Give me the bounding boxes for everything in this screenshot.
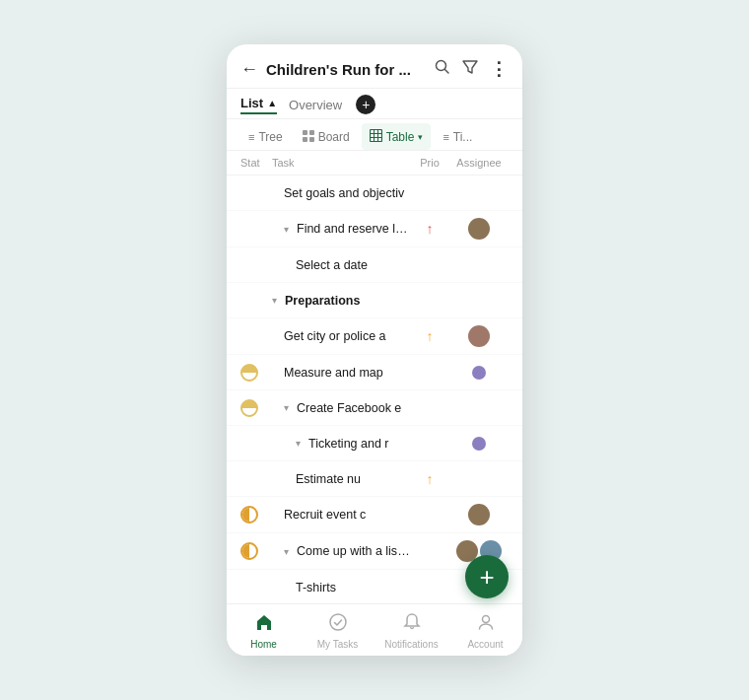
collapse-icon[interactable]: ▾ xyxy=(296,438,301,449)
table-icon xyxy=(370,129,382,144)
table-row[interactable]: Measure and map xyxy=(227,355,522,390)
nav-home-label: Home xyxy=(250,639,277,650)
tree-icon: ≡ xyxy=(248,131,254,143)
svg-point-12 xyxy=(330,614,346,630)
task-name: Create Facebook e xyxy=(297,401,410,415)
group-label: Preparations xyxy=(285,294,410,308)
subtab-tree[interactable]: ≡ Tree xyxy=(240,124,291,150)
svg-rect-7 xyxy=(370,130,381,142)
list-tab-caret: ▲ xyxy=(267,98,277,108)
nav-my-tasks-label: My Tasks xyxy=(317,639,359,650)
svg-marker-2 xyxy=(463,61,477,73)
table-row[interactable]: Recruit event c xyxy=(227,497,522,533)
table-row[interactable]: Estimate nu ↑ xyxy=(227,461,522,497)
avatar xyxy=(468,504,490,525)
page-title: Children's Run for ... xyxy=(266,61,427,78)
svg-line-1 xyxy=(445,70,449,74)
subtab-timeline-label: Ti... xyxy=(453,130,473,144)
svg-rect-3 xyxy=(303,130,307,135)
my-tasks-icon xyxy=(328,612,348,637)
home-icon xyxy=(254,612,274,637)
task-name: Ticketing and r xyxy=(308,437,410,451)
subtab-table-label: Table xyxy=(386,130,415,144)
phone-container: ← Children's Run for ... ⋮ List ▲ Overvi… xyxy=(227,44,522,656)
collapse-icon[interactable]: ▾ xyxy=(284,546,289,557)
priority-high-icon: ↑ xyxy=(427,221,434,237)
table-row[interactable]: Select a date xyxy=(227,247,522,283)
task-name: Get city or police a xyxy=(284,329,410,343)
timeline-icon: ≡ xyxy=(443,131,448,143)
task-name: Set goals and objectiv xyxy=(284,186,410,200)
priority-medium-icon: ↑ xyxy=(427,471,434,487)
assignee-dot xyxy=(472,437,486,451)
svg-rect-4 xyxy=(309,130,314,135)
collapse-icon[interactable]: ▾ xyxy=(284,402,289,413)
task-priority: ↑ xyxy=(410,471,449,487)
task-assignee xyxy=(449,366,509,380)
table-row[interactable]: ▾ Find and reserve loca ↑ xyxy=(227,211,522,247)
svg-point-13 xyxy=(482,616,489,623)
header-icons: ⋮ xyxy=(435,58,509,80)
col-header-priority: Prio xyxy=(410,157,449,169)
subtab-board[interactable]: Board xyxy=(295,124,358,150)
priority-medium-icon: ↑ xyxy=(427,328,434,344)
tab-list[interactable]: List ▲ xyxy=(240,96,277,114)
task-name: Measure and map xyxy=(284,366,410,380)
nav-my-tasks[interactable]: My Tasks xyxy=(301,604,374,656)
nav-home[interactable]: Home xyxy=(227,604,301,656)
bottom-nav: Home My Tasks Notifications xyxy=(227,603,522,656)
table-row[interactable]: ▾ Preparations xyxy=(227,283,522,318)
tab-overview[interactable]: Overview xyxy=(289,98,342,112)
col-header-status: Stat xyxy=(240,157,272,169)
task-assignee xyxy=(449,325,509,347)
notifications-icon xyxy=(402,612,422,637)
task-assignee xyxy=(449,218,509,240)
filter-icon[interactable] xyxy=(462,59,478,79)
subtab-tree-label: Tree xyxy=(258,130,282,144)
board-icon xyxy=(303,130,314,144)
task-status xyxy=(240,399,272,417)
table-row[interactable]: ▾ Create Facebook e xyxy=(227,390,522,426)
search-icon[interactable] xyxy=(435,59,450,79)
col-header-task: Task xyxy=(272,157,410,169)
header: ← Children's Run for ... ⋮ xyxy=(227,44,522,89)
task-name: Come up with a list of xyxy=(297,544,410,558)
subtab-board-label: Board xyxy=(318,130,350,144)
subtab-timeline[interactable]: ≡ Ti... xyxy=(435,124,480,150)
task-priority: ↑ xyxy=(410,328,449,344)
task-status xyxy=(240,506,272,524)
task-assignee xyxy=(449,437,509,451)
table-row[interactable]: ▾ Ticketing and r xyxy=(227,426,522,461)
nav-account[interactable]: Account xyxy=(448,604,522,656)
subtab-table[interactable]: Table ▾ xyxy=(362,123,432,150)
collapse-icon[interactable]: ▾ xyxy=(272,295,277,306)
task-status xyxy=(240,364,272,382)
svg-rect-6 xyxy=(309,137,314,142)
nav-notifications-label: Notifications xyxy=(384,639,438,650)
task-assignee xyxy=(449,504,509,525)
task-name: Find and reserve loca xyxy=(297,222,410,236)
avatar xyxy=(468,218,490,240)
avatar xyxy=(468,325,490,347)
column-headers: Stat Task Prio Assignee xyxy=(227,151,522,175)
task-list: Set goals and objectiv ▾ Find and reserv… xyxy=(227,175,522,603)
add-view-button[interactable]: + xyxy=(356,95,375,114)
task-status xyxy=(240,542,272,560)
more-icon[interactable]: ⋮ xyxy=(490,58,509,80)
task-name: T-shirts xyxy=(296,581,410,595)
view-tabs-row2: ≡ Tree Board xyxy=(227,119,522,151)
list-tab-label: List xyxy=(240,96,263,110)
nav-notifications[interactable]: Notifications xyxy=(374,604,448,656)
task-name: Recruit event c xyxy=(284,508,410,522)
back-button[interactable]: ← xyxy=(240,59,258,80)
task-priority: ↑ xyxy=(410,221,449,237)
table-row[interactable]: Set goals and objectiv xyxy=(227,175,522,211)
svg-rect-5 xyxy=(303,137,307,142)
collapse-icon[interactable]: ▾ xyxy=(284,224,289,235)
task-name: Select a date xyxy=(296,258,410,272)
task-name: Estimate nu xyxy=(296,472,410,486)
account-icon xyxy=(476,612,496,637)
table-dropdown-icon[interactable]: ▾ xyxy=(418,132,423,142)
add-task-fab[interactable]: + xyxy=(465,555,509,598)
table-row[interactable]: Get city or police a ↑ xyxy=(227,318,522,355)
